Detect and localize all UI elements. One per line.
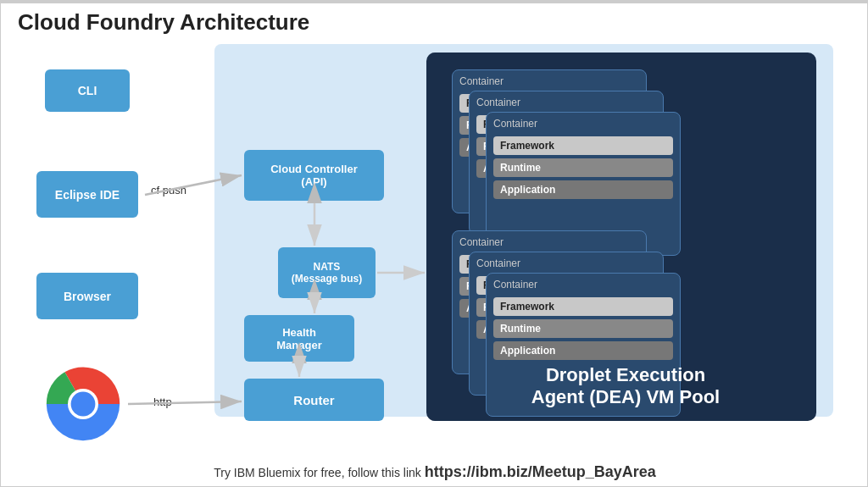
svg-point-2 [71,392,96,417]
browser-box: Browser [36,273,138,319]
page-title: Cloud Foundry Architecture [18,9,860,36]
cloud-controller-box: Cloud Controller(API) [244,150,384,201]
diagram: Container Framework Runtime Application … [19,44,850,451]
footer-link[interactable]: https://ibm.biz/Meetup_BayArea [425,463,656,480]
container-label: Container [487,274,680,294]
dea-label: Droplet ExecutionAgent (DEA) VM Pool [435,364,816,408]
container-label: Container [453,231,646,252]
http-label: http [153,396,172,408]
container-label: Container [453,70,646,91]
footer-text: Try IBM Bluemix for free, follow this li… [214,466,424,479]
footer: Try IBM Bluemix for free, follow this li… [1,463,868,481]
cf-push-label: cf push [151,184,186,196]
container-label: Container [470,91,663,112]
nats-label: NATS(Message bus) [292,261,362,285]
health-manager-label: HealthManager [276,326,321,351]
runtime-box: Runtime [493,319,673,338]
application-box: Application [493,341,673,360]
cloud-controller-label: Cloud Controller(API) [270,163,358,188]
framework-box: Framework [493,136,673,155]
container-label: Container [487,113,680,133]
eclipse-ide-box: Eclipse IDE [36,171,138,218]
router-box: Router [244,379,384,421]
page: Cloud Foundry Architecture Container Fra… [1,1,868,487]
container-label: Container [470,252,663,273]
chrome-logo [45,366,121,442]
nats-box: NATS(Message bus) [278,247,376,298]
framework-box: Framework [493,297,673,316]
health-manager-box: HealthManager [244,315,354,362]
runtime-box: Runtime [493,158,673,177]
application-box: Application [493,180,673,199]
cli-box: CLI [45,69,130,112]
top-border [1,1,868,3]
